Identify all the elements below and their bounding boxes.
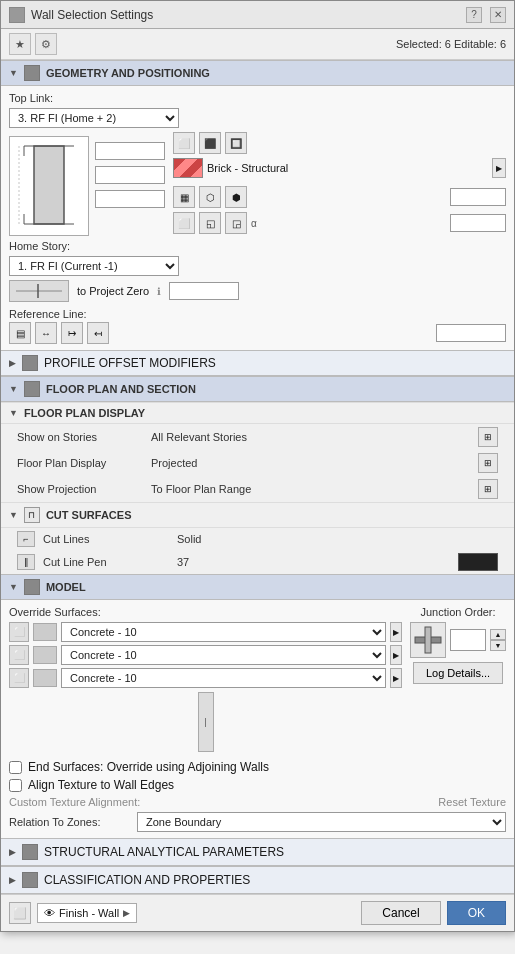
fps-value-0: All Relevant Stories xyxy=(151,431,474,443)
override-row-1: ⬜ Concrete - 10 ▶ xyxy=(9,645,402,665)
geo-icon-3[interactable]: 🔲 xyxy=(225,132,247,154)
surface-arrow-0[interactable]: ▶ xyxy=(390,622,402,642)
offset-input[interactable]: 0.200 xyxy=(450,188,506,206)
geo-main-area: -0.200 2.800 0.000 ⬜ ⬛ 🔲 Brick - Structu… xyxy=(9,132,506,236)
geo-icon-6[interactable]: ⬢ xyxy=(225,186,247,208)
info-icon: ℹ xyxy=(157,286,161,297)
geo-icon-row-mid: ▦ ⬡ ⬢ 0.200 xyxy=(173,186,506,208)
fps-row-1: Floor Plan Display Projected ⊞ xyxy=(1,450,514,476)
surface-arrow-1[interactable]: ▶ xyxy=(390,645,402,665)
geo-icon-7[interactable]: ⬜ xyxy=(173,212,195,234)
material-row: Brick - Structural ▶ xyxy=(173,158,506,178)
structural-section-header[interactable]: ▶ STRUCTURAL ANALYTICAL PARAMETERS xyxy=(1,838,514,866)
align-texture-checkbox[interactable] xyxy=(9,779,22,792)
end-surfaces-row: End Surfaces: Override using Adjoining W… xyxy=(9,760,506,774)
zone-label: Relation To Zones: xyxy=(9,816,129,828)
top-link-select[interactable]: 3. RF FI (Home + 2) xyxy=(9,108,179,128)
geo-icon-2[interactable]: ⬛ xyxy=(199,132,221,154)
wall-splitter: | xyxy=(198,692,214,752)
geo-icon-4[interactable]: ▦ xyxy=(173,186,195,208)
ref-icon-3[interactable]: ↦ xyxy=(61,322,83,344)
surface-select-2[interactable]: Concrete - 10 xyxy=(61,668,386,688)
floor-plan-section-header[interactable]: ▼ FLOOR PLAN AND SECTION xyxy=(1,376,514,402)
fpd-collapse-icon: ▼ xyxy=(9,408,18,418)
geo-section-icon xyxy=(24,65,40,81)
floor-plan-display-label: FLOOR PLAN DISPLAY xyxy=(24,407,145,419)
junction-label: Junction Order: xyxy=(420,606,495,618)
finish-label: Finish - Wall xyxy=(59,907,119,919)
geo-icon-1[interactable]: ⬜ xyxy=(173,132,195,154)
model-section-header[interactable]: ▼ MODEL xyxy=(1,574,514,600)
model-body: Override Surfaces: ⬜ Concrete - 10 ▶ ⬜ C… xyxy=(1,600,514,838)
cut-lines-row: ⌐ Cut Lines Solid xyxy=(1,528,514,550)
texture-alignment-row: Custom Texture Alignment: Reset Texture xyxy=(9,796,506,808)
ref-icon-2[interactable]: ↔ xyxy=(35,322,57,344)
custom-texture-label: Custom Texture Alignment: xyxy=(9,796,140,808)
junction-spin-up[interactable]: ▲ xyxy=(490,629,506,640)
junction-number[interactable]: 8 xyxy=(450,629,486,651)
settings-button[interactable]: ⚙ xyxy=(35,33,57,55)
cut-pen-label: Cut Line Pen xyxy=(43,556,173,568)
geo-icon-9[interactable]: ◲ xyxy=(225,212,247,234)
cut-pen-num: 37 xyxy=(177,556,450,568)
geo-icon-8[interactable]: ◱ xyxy=(199,212,221,234)
floor-plan-collapse-icon: ▼ xyxy=(9,384,18,394)
fps-icon-2[interactable]: ⊞ xyxy=(478,479,498,499)
end-surfaces-checkbox[interactable] xyxy=(9,761,22,774)
home-story-label: Home Story: xyxy=(9,240,70,252)
ok-button[interactable]: OK xyxy=(447,901,506,925)
override-icon-2: ⬜ xyxy=(9,668,29,688)
structural-section-label: STRUCTURAL ANALYTICAL PARAMETERS xyxy=(44,845,284,859)
home-story-select[interactable]: 1. FR FI (Current -1) xyxy=(9,256,179,276)
override-row-0: ⬜ Concrete - 10 ▶ xyxy=(9,622,402,642)
toolbar: ★ ⚙ Selected: 6 Editable: 6 xyxy=(1,29,514,60)
floor-plan-rows: Show on Stories All Relevant Stories ⊞ F… xyxy=(1,424,514,502)
surface-select-1[interactable]: Concrete - 10 xyxy=(61,645,386,665)
zone-select[interactable]: Zone Boundary No Effect Boundary Only xyxy=(137,812,506,832)
window-title: Wall Selection Settings xyxy=(31,8,153,22)
ref-icon-1[interactable]: ▤ xyxy=(9,322,31,344)
toolbar-left: ★ ⚙ xyxy=(9,33,57,55)
fps-icon-1[interactable]: ⊞ xyxy=(478,453,498,473)
fps-row-0: Show on Stories All Relevant Stories ⊞ xyxy=(1,424,514,450)
ref-line-input[interactable]: 0.000 xyxy=(436,324,506,342)
geo-icon-row-bottom: ⬜ ◱ ◲ α 90.00° xyxy=(173,212,506,234)
material-arrow[interactable]: ▶ xyxy=(492,158,506,178)
end-surfaces-label: End Surfaces: Override using Adjoining W… xyxy=(28,760,269,774)
reset-texture-button[interactable]: Reset Texture xyxy=(438,796,506,808)
profile-section-header[interactable]: ▶ PROFILE OFFSET MODIFIERS xyxy=(1,350,514,376)
dim3-input[interactable]: 0.000 xyxy=(95,190,165,208)
surface-arrow-2[interactable]: ▶ xyxy=(390,668,402,688)
override-icon-0: ⬜ xyxy=(9,622,29,642)
junction-spin-down[interactable]: ▼ xyxy=(490,640,506,651)
model-collapse-icon: ▼ xyxy=(9,582,18,592)
top-link-select-row: 3. RF FI (Home + 2) xyxy=(9,108,506,128)
finish-arrow: ▶ xyxy=(123,908,130,918)
favorite-button[interactable]: ★ xyxy=(9,33,31,55)
close-button[interactable]: ✕ xyxy=(490,7,506,23)
cancel-button[interactable]: Cancel xyxy=(361,901,440,925)
cut-surfaces-header[interactable]: ▼ ⊓ CUT SURFACES xyxy=(1,502,514,528)
model-main: Override Surfaces: ⬜ Concrete - 10 ▶ ⬜ C… xyxy=(9,606,506,752)
dim1-input[interactable]: -0.200 xyxy=(95,142,165,160)
help-button[interactable]: ? xyxy=(466,7,482,23)
geo-section-label: GEOMETRY AND POSITIONING xyxy=(46,67,210,79)
fps-icon-0[interactable]: ⊞ xyxy=(478,427,498,447)
geo-icon-row-top: ⬜ ⬛ 🔲 xyxy=(173,132,506,154)
cut-pen-swatch xyxy=(458,553,498,571)
finish-select[interactable]: 👁 Finish - Wall ▶ xyxy=(37,903,137,923)
log-details-button[interactable]: Log Details... xyxy=(413,662,503,684)
dim2-input[interactable]: 2.800 xyxy=(95,166,165,184)
classification-section-header[interactable]: ▶ CLASSIFICATION AND PROPERTIES xyxy=(1,866,514,894)
geometry-section-header[interactable]: ▼ GEOMETRY AND POSITIONING xyxy=(1,60,514,86)
geo-icon-5[interactable]: ⬡ xyxy=(199,186,221,208)
classification-section-icon xyxy=(22,872,38,888)
surface-select-0[interactable]: Concrete - 10 xyxy=(61,622,386,642)
ref-icon-4[interactable]: ↤ xyxy=(87,322,109,344)
project-zero-input[interactable]: 3.700 xyxy=(169,282,239,300)
angle-input[interactable]: 90.00° xyxy=(450,214,506,232)
floor-plan-display-header[interactable]: ▼ FLOOR PLAN DISPLAY xyxy=(1,402,514,424)
home-story-select-row: 1. FR FI (Current -1) xyxy=(9,256,506,276)
cs-collapse-icon: ▼ xyxy=(9,510,18,520)
structural-collapse-icon: ▶ xyxy=(9,847,16,857)
